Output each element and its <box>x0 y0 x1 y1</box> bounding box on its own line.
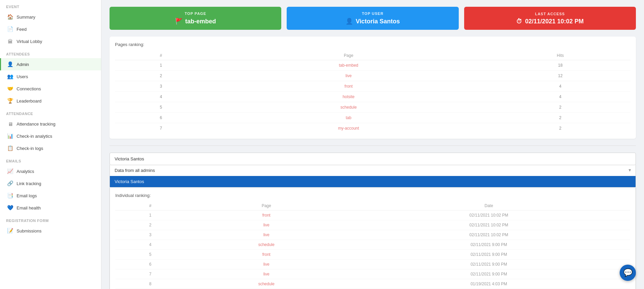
top-page-value: 🚩 tab-embed <box>175 18 216 25</box>
admin-icon: 👤 <box>7 61 13 67</box>
rank-cell: 7 <box>115 269 185 279</box>
rank-cell: 1 <box>115 210 185 220</box>
analytics-icon: 📈 <box>7 168 13 174</box>
date-cell: 01/19/2021 4:03 PM <box>348 279 630 289</box>
rank-cell: 8 <box>115 279 185 289</box>
sidebar-item-label-analytics: Analytics <box>17 169 34 174</box>
rank-cell: 4 <box>115 92 207 102</box>
page-cell: schedule <box>207 102 490 113</box>
sidebar-item-users[interactable]: 👥Users <box>0 70 101 83</box>
rank-cell: 2 <box>115 220 185 230</box>
sidebar-item-analytics[interactable]: 📈Analytics <box>0 165 101 177</box>
sidebar-section-emails: EMAILS <box>0 154 101 165</box>
check-in-logs-icon: 📋 <box>7 145 13 151</box>
table-row: 5schedule2 <box>115 102 630 113</box>
sidebar-item-submissions[interactable]: 📝Submissions <box>0 225 101 237</box>
sidebar-item-feed[interactable]: 📄Feed <box>0 23 101 35</box>
sidebar-item-label-submissions: Submissions <box>17 228 42 234</box>
sidebar-item-label-admin: Admin <box>17 62 29 67</box>
table-row: 4schedule02/11/2021 9:00 PM <box>115 240 630 250</box>
date-cell: 02/11/2021 9:00 PM <box>348 269 630 279</box>
sidebar-item-label-connections: Connections <box>17 86 41 91</box>
individual-ranking-card: Individual ranking: #PageDate 1front02/1… <box>110 187 636 289</box>
dropdown-option[interactable]: Data from all admins <box>110 165 636 176</box>
email-health-icon: 💙 <box>7 205 13 211</box>
sidebar-item-connections[interactable]: 🤝Connections <box>0 83 101 95</box>
submissions-icon: 📝 <box>7 228 13 234</box>
individual-ranking-col-page: Page <box>185 201 348 210</box>
rank-cell: 6 <box>115 113 207 123</box>
clock-icon: ⏱ <box>516 18 522 25</box>
summary-icon: 🏠 <box>7 14 13 20</box>
rank-cell: 2 <box>115 71 207 81</box>
date-cell: 02/11/2021 10:02 PM <box>348 230 630 240</box>
feed-icon: 📄 <box>7 26 13 32</box>
page-cell: live <box>185 269 348 279</box>
date-cell: 02/11/2021 9:00 PM <box>348 240 630 250</box>
virtual-lobby-icon: 🏛 <box>7 38 13 44</box>
pages-ranking-table: #PageHits 1tab-embed182live123front44hot… <box>115 51 630 133</box>
section-divider <box>110 146 636 146</box>
link-tracking-icon: 🔗 <box>7 180 13 186</box>
date-cell: 02/11/2021 10:02 PM <box>348 220 630 230</box>
table-row: 3front4 <box>115 81 630 92</box>
chat-button[interactable]: 💬 <box>620 265 636 281</box>
date-cell: 02/11/2021 10:02 PM <box>348 210 630 220</box>
user-icon: 👤 <box>345 18 353 25</box>
pages-ranking-title: Pages ranking: <box>115 42 630 47</box>
sidebar-item-label-email-logs: Email logs <box>17 193 37 198</box>
sidebar-item-label-link-tracking: Link tracking <box>17 181 41 186</box>
last-access-value: ⏱ 02/11/2021 10:02 PM <box>516 18 583 25</box>
date-cell: 02/11/2021 9:00 PM <box>348 260 630 269</box>
sidebar-section-registration-form: REGISTRATION FORM <box>0 214 101 225</box>
last-access-label: LAST ACCESS <box>535 12 565 16</box>
sidebar-item-link-tracking[interactable]: 🔗Link tracking <box>0 177 101 190</box>
stats-row: TOP PAGE 🚩 tab-embed TOP USER 👤 Victoria… <box>110 7 636 30</box>
table-row: 1front02/11/2021 10:02 PM <box>115 210 630 220</box>
sidebar-item-leaderboard[interactable]: 🏆Leaderboard <box>0 95 101 107</box>
user-dropdown-wrapper: Data from all adminsVictoria Santos ▼ Da… <box>110 153 636 187</box>
sidebar-item-check-in-logs[interactable]: 📋Check-in logs <box>0 142 101 154</box>
page-cell: hotsite <box>207 92 490 102</box>
page-cell: my-account <box>207 123 490 134</box>
sidebar-item-label-attendance-tracking: Attendance tracking <box>17 121 55 127</box>
sidebar-item-email-health[interactable]: 💙Email health <box>0 202 101 214</box>
sidebar-section-event: EVENT <box>0 0 101 11</box>
sidebar-item-admin[interactable]: 👤Admin <box>0 58 101 70</box>
hits-cell: 2 <box>490 113 630 123</box>
sidebar-item-label-feed: Feed <box>17 27 27 32</box>
individual-ranking-title: Individual ranking: <box>115 193 630 198</box>
sidebar-item-attendance-tracking[interactable]: 🖥Attendance tracking <box>0 118 101 130</box>
sidebar-item-label-check-in-analytics: Check-in analytics <box>17 134 52 139</box>
last-access-card: LAST ACCESS ⏱ 02/11/2021 10:02 PM <box>464 7 636 30</box>
sidebar-item-email-logs[interactable]: 📑Email logs <box>0 190 101 202</box>
page-cell: live <box>185 230 348 240</box>
sidebar-item-virtual-lobby[interactable]: 🏛Virtual Lobby <box>0 35 101 47</box>
sidebar-item-label-leaderboard: Leaderboard <box>17 98 42 104</box>
table-row: 2live02/11/2021 10:02 PM <box>115 220 630 230</box>
sidebar-item-label-email-health: Email health <box>17 205 41 210</box>
sidebar-item-check-in-analytics[interactable]: 📊Check-in analytics <box>0 130 101 142</box>
user-dropdown[interactable]: Data from all adminsVictoria Santos <box>110 153 636 165</box>
sidebar-item-summary[interactable]: 🏠Summary <box>0 11 101 23</box>
page-cell: tab <box>207 113 490 123</box>
table-row: 6tab2 <box>115 113 630 123</box>
sidebar-item-label-summary: Summary <box>17 15 35 20</box>
hits-cell: 2 <box>490 123 630 134</box>
pages-ranking-col-#: # <box>115 51 207 60</box>
dropdown-option[interactable]: Victoria Santos <box>110 176 636 187</box>
sidebar-item-label-users: Users <box>17 74 28 79</box>
sidebar-item-label-virtual-lobby: Virtual Lobby <box>17 39 42 44</box>
rank-cell: 3 <box>115 230 185 240</box>
page-cell: front <box>207 81 490 92</box>
table-row: 7live02/11/2021 9:00 PM <box>115 269 630 279</box>
date-cell: 02/11/2021 9:00 PM <box>348 250 630 260</box>
sidebar: EVENT🏠Summary📄Feed🏛Virtual LobbyATTENDEE… <box>0 0 101 289</box>
main-content: TOP PAGE 🚩 tab-embed TOP USER 👤 Victoria… <box>101 0 644 289</box>
page-cell: live <box>207 71 490 81</box>
top-user-value: 👤 Victoria Santos <box>345 18 400 25</box>
individual-ranking-col-#: # <box>115 201 185 210</box>
rank-cell: 5 <box>115 250 185 260</box>
top-page-card: TOP PAGE 🚩 tab-embed <box>110 7 281 30</box>
rank-cell: 3 <box>115 81 207 92</box>
